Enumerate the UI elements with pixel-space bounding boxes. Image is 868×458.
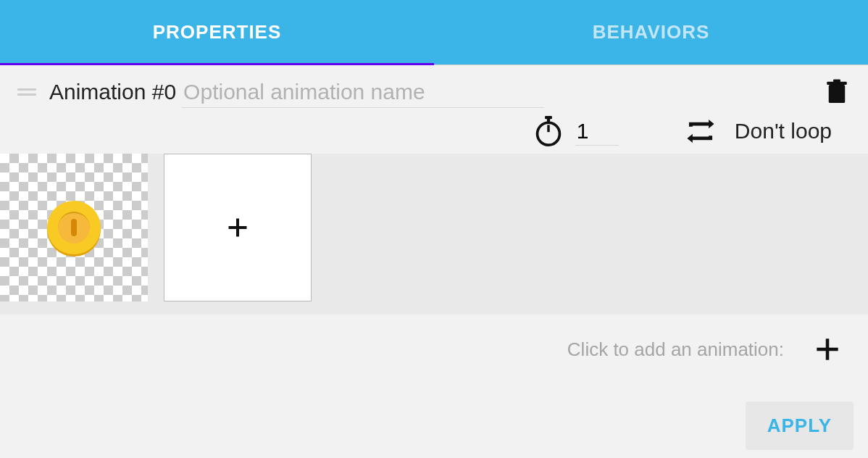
svg-rect-2 (833, 80, 840, 83)
add-animation-row: Click to add an animation: (0, 315, 868, 384)
frame-sprite-coin (47, 201, 101, 254)
animation-index-label: Animation #0 (49, 80, 176, 104)
add-animation-button[interactable] (813, 335, 842, 364)
svg-rect-10 (817, 348, 838, 351)
animation-controls: Don't loop (0, 116, 868, 154)
plus-icon (816, 338, 839, 361)
animation-name-input[interactable] (182, 77, 544, 108)
add-frame-button[interactable] (164, 154, 312, 301)
frame-thumbnail-0[interactable] (0, 154, 148, 301)
apply-button[interactable]: APPLY (746, 401, 854, 450)
drag-handle-icon[interactable] (17, 88, 36, 96)
duration-input[interactable] (575, 117, 619, 146)
frames-row (0, 154, 868, 315)
svg-rect-1 (827, 82, 847, 85)
svg-rect-0 (829, 85, 846, 103)
plus-icon (227, 217, 249, 238)
tab-bar: PROPERTIES BEHAVIORS (0, 0, 868, 65)
dialog-footer: APPLY (0, 384, 868, 458)
tab-properties[interactable]: PROPERTIES (0, 0, 434, 64)
add-animation-hint: Click to add an animation: (567, 338, 784, 361)
svg-rect-6 (547, 125, 549, 132)
loop-icon[interactable] (685, 117, 716, 145)
stopwatch-icon (535, 116, 562, 146)
animation-header: Animation #0 (0, 65, 868, 116)
loop-mode-label[interactable]: Don't loop (735, 119, 832, 143)
trash-icon (826, 78, 848, 106)
delete-animation-button[interactable] (823, 75, 851, 109)
svg-rect-8 (229, 226, 247, 229)
tab-behaviors[interactable]: BEHAVIORS (434, 0, 868, 64)
